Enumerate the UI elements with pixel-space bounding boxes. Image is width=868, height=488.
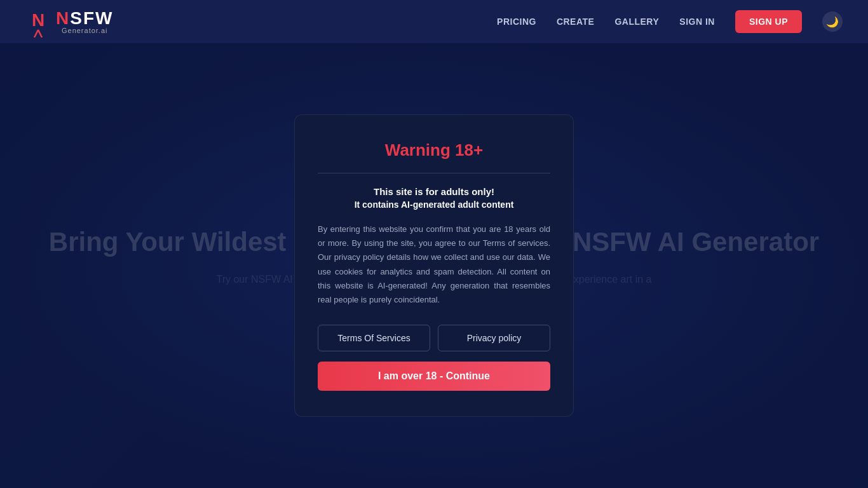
moon-icon: 🌙 <box>826 16 839 28</box>
logo[interactable]: N NSFW Generator.ai <box>25 6 113 37</box>
nav-pricing[interactable]: PRICING <box>497 17 536 27</box>
svg-line-1 <box>34 30 38 37</box>
logo-icon: N <box>25 6 51 37</box>
modal-headline: This site is for adults only! <box>318 186 550 197</box>
modal-divider <box>318 173 550 173</box>
logo-text: NSFW Generator.ai <box>56 10 113 34</box>
modal-body: By entering this website you confirm tha… <box>318 222 550 307</box>
main-nav: PRICING CREATE GALLERY SIGN IN SIGN UP 🌙 <box>497 10 843 33</box>
modal-overlay: Warning 18+ This site is for adults only… <box>0 43 868 488</box>
modal-subheadline: It contains AI-generated adult content <box>318 200 550 210</box>
privacy-button[interactable]: Privacy policy <box>438 325 550 351</box>
main-content: Bring Your Wildest Fantasies to Life wit… <box>0 43 868 488</box>
theme-toggle-button[interactable]: 🌙 <box>822 11 843 32</box>
svg-text:N: N <box>32 10 44 30</box>
modal-title: Warning 18+ <box>318 140 550 160</box>
terms-button[interactable]: Terms Of Services <box>318 325 430 351</box>
nav-signin[interactable]: SIGN IN <box>679 17 715 27</box>
modal-links: Terms Of Services Privacy policy <box>318 325 550 351</box>
svg-line-2 <box>38 30 42 37</box>
signup-button[interactable]: SIGN UP <box>735 10 802 33</box>
nav-gallery[interactable]: GALLERY <box>614 17 659 27</box>
logo-subtitle: Generator.ai <box>56 27 113 34</box>
warning-modal: Warning 18+ This site is for adults only… <box>294 114 574 417</box>
header: N NSFW Generator.ai PRICING CREATE GALLE… <box>0 0 868 43</box>
logo-name: NSFW <box>56 10 113 27</box>
nav-create[interactable]: CREATE <box>557 17 595 27</box>
continue-button[interactable]: I am over 18 - Continue <box>318 362 550 391</box>
